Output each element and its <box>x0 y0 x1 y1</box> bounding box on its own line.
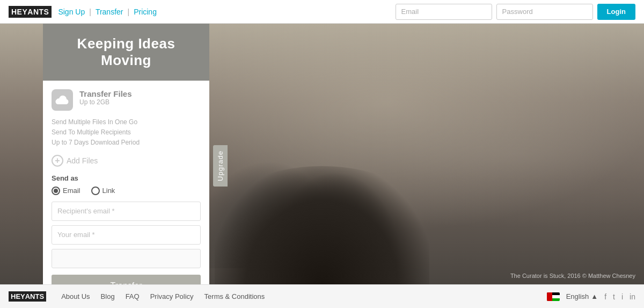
add-icon: + <box>52 155 63 167</box>
panel-title: Keeping Ideas Moving <box>77 35 175 68</box>
add-files-button[interactable]: + Add Files <box>52 155 201 167</box>
nav-transfer[interactable]: Transfer <box>96 8 123 16</box>
footer-logo-hey: HEY <box>11 292 25 300</box>
send-as-options: Email Link <box>52 187 201 195</box>
upgrade-tab[interactable]: Upgrade <box>213 145 228 187</box>
send-as-label: Send as <box>52 174 201 182</box>
your-email-input[interactable] <box>52 225 201 245</box>
logo-hey: HEY <box>11 8 27 16</box>
transfer-text: Transfer Files Up to 2GB <box>79 89 132 106</box>
facebook-icon[interactable]: f <box>604 292 606 301</box>
footer-logo-ants: ANTS <box>25 292 44 300</box>
main-area: Keeping Ideas Moving Transfer Files Up t… <box>0 24 644 284</box>
footer-privacy[interactable]: Privacy Policy <box>150 292 194 300</box>
password-input[interactable] <box>496 4 593 20</box>
radio-link-circle <box>91 187 100 195</box>
logo: HEYANTS <box>9 6 52 18</box>
logo-ants: ANTS <box>27 8 49 16</box>
panel-body: Transfer Files Up to 2GB Send Multiple F… <box>43 81 209 284</box>
recipient-email-input[interactable] <box>52 202 201 221</box>
radio-link[interactable]: Link <box>91 187 115 195</box>
radio-email-circle <box>52 187 60 195</box>
panel-header: Keeping Ideas Moving <box>43 24 209 81</box>
radio-email[interactable]: Email <box>52 187 80 195</box>
feature-2: Send To Multiple Recipients <box>52 127 201 138</box>
linkedin-icon[interactable]: in <box>630 292 635 301</box>
nav-pricing[interactable]: Pricing <box>134 8 157 16</box>
transfer-info: Transfer Files Up to 2GB <box>52 89 201 111</box>
nav-separator-1: | <box>89 8 91 16</box>
login-button[interactable]: Login <box>597 4 635 20</box>
transfer-button[interactable]: Transfer <box>52 275 201 284</box>
feature-1: Send Multiple Files In One Go <box>52 117 201 127</box>
twitter-icon[interactable]: t <box>613 292 615 301</box>
flag-icon <box>547 292 560 301</box>
footer-about[interactable]: About Us <box>61 292 90 300</box>
email-input[interactable] <box>396 4 492 20</box>
photo-credit: The Curator is Stuck, 2016 © Matthew Che… <box>510 273 635 279</box>
language-label: English <box>566 292 589 300</box>
feature-3: Up to 7 Days Download Period <box>52 138 201 148</box>
nav-separator-2: | <box>127 8 129 16</box>
nav-signup[interactable]: Sign Up <box>58 8 85 16</box>
footer-faq[interactable]: FAQ <box>126 292 140 300</box>
radio-link-label: Link <box>103 187 115 195</box>
header: HEYANTS Sign Up | Transfer | Pricing Log… <box>0 0 644 24</box>
chevron-down-icon: ▲ <box>591 292 598 300</box>
footer-right: English ▲ f t i in <box>547 292 635 301</box>
footer-logo: HEYANTS <box>9 291 46 302</box>
transfer-title: Transfer Files <box>79 89 132 98</box>
message-input[interactable] <box>52 249 201 268</box>
footer-blog[interactable]: Blog <box>101 292 115 300</box>
pile-3 <box>215 166 429 284</box>
main-panel: Keeping Ideas Moving Transfer Files Up t… <box>43 24 209 284</box>
cloud-icon <box>52 89 73 111</box>
radio-email-label: Email <box>63 187 80 195</box>
footer: HEYANTS About Us Blog FAQ Privacy Policy… <box>0 284 644 308</box>
instagram-icon[interactable]: i <box>621 292 623 301</box>
transfer-subtitle: Up to 2GB <box>79 98 132 106</box>
footer-terms[interactable]: Terms & Conditions <box>204 292 265 300</box>
add-files-label: Add Files <box>67 156 98 165</box>
features-list: Send Multiple Files In One Go Send To Mu… <box>52 117 201 148</box>
language-selector[interactable]: English ▲ <box>566 292 598 300</box>
